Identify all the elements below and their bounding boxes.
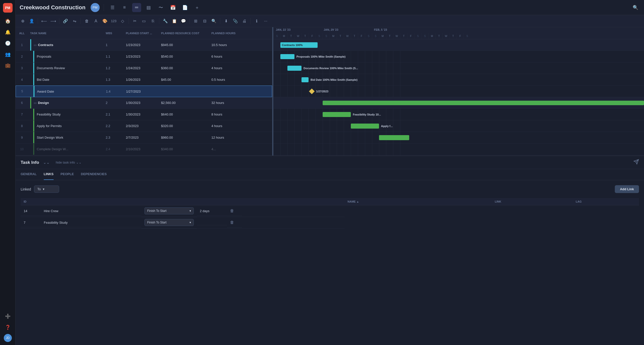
outdent-btn[interactable]: ⟵ <box>40 17 48 25</box>
gantt-bar-design[interactable] <box>323 101 644 105</box>
sidebar-item-portfolio[interactable]: 💼 <box>3 61 12 70</box>
sidebar-item-notifications[interactable]: 🔔 <box>3 28 12 37</box>
day-cell: M <box>330 33 337 39</box>
link-btn[interactable]: 🔗 <box>61 17 69 25</box>
table-row[interactable]: 2 Proposals 1.1 1/23/2023 $540.00 6 hour… <box>16 51 272 62</box>
gantt-bar-feasibility[interactable] <box>323 112 351 117</box>
app-logo[interactable]: PM <box>3 3 13 13</box>
add-task-btn[interactable]: ⊕ <box>19 17 27 25</box>
collapse-down-icon[interactable]: ⌄⌄ <box>43 160 50 165</box>
timeline-view-btn[interactable]: 〜 <box>156 3 165 12</box>
sidebar-item-people[interactable]: 👥 <box>3 50 12 59</box>
day-cell: S <box>316 33 323 39</box>
sidebar-item-help[interactable]: ❓ <box>3 323 12 332</box>
paste-btn[interactable]: ⎘ <box>149 17 157 25</box>
delete-btn[interactable]: 🗑 <box>83 17 91 25</box>
more-btn[interactable]: ··· <box>262 17 270 25</box>
comment-btn[interactable]: 💬 <box>179 17 187 25</box>
text-btn[interactable]: A <box>92 17 100 25</box>
table-row[interactable]: 4 Bid Date 1.3 1/26/2023 $45.00 0.5 hour… <box>16 74 272 86</box>
week-label-3: FEB, 5 '23 <box>374 28 387 31</box>
print-btn[interactable]: 🖨 <box>240 17 248 25</box>
color-btn[interactable]: 🎨 <box>101 17 109 25</box>
gantt-bar-permits[interactable] <box>351 124 379 129</box>
toolbar-sep-6 <box>190 18 190 24</box>
day-cell: F <box>407 33 414 39</box>
shape-btn[interactable]: ◇ <box>119 17 127 25</box>
table-view-btn[interactable]: ▤ <box>144 3 153 12</box>
attach-btn[interactable]: 📎 <box>231 17 239 25</box>
table-row[interactable]: 9 Start Design Work 2.3 2/7/2023 $960.00… <box>16 132 272 143</box>
delete-link-icon[interactable]: 🗑 <box>230 220 234 224</box>
export-btn[interactable]: ⬇ <box>222 17 230 25</box>
row-num: 10 <box>16 143 28 155</box>
send-icon[interactable] <box>633 159 639 166</box>
linked-label: Linked <box>21 187 31 191</box>
row-num: 2 <box>16 51 28 62</box>
link-row-link: Finish To Start ▾ <box>141 216 197 229</box>
gantt-bar-design-work[interactable] <box>379 135 409 140</box>
gantt-bar-proposals[interactable] <box>280 54 294 59</box>
split-btn[interactable]: ⊞ <box>192 17 200 25</box>
sidebar-item-home[interactable]: 🏠 <box>3 17 12 26</box>
chart-view-btn[interactable]: ≡ <box>120 3 129 12</box>
unlink-btn[interactable]: ⇋ <box>70 17 79 25</box>
link-type-dropdown[interactable]: Finish To Start ▾ <box>144 219 194 226</box>
delete-link-icon[interactable]: 🗑 <box>230 209 234 213</box>
gantt-bar-docs[interactable] <box>287 66 301 71</box>
add-link-button[interactable]: Add Link <box>615 185 639 193</box>
day-cell: M <box>379 33 386 39</box>
gantt-timeline: JAN, 22 '23 JAN, 29 '23 FEB, 5 '23 S M T… <box>273 27 644 156</box>
sidebar-item-add[interactable]: ➕ <box>3 312 12 321</box>
task-name: Documents Review <box>37 66 65 70</box>
linked-dropdown[interactable]: To ▾ <box>34 185 59 193</box>
row-start: 1/27/2023 <box>124 86 159 97</box>
tool-btn-6[interactable]: 🔧 <box>161 17 169 25</box>
tab-links[interactable]: LINKS <box>44 169 54 180</box>
user-avatar[interactable]: JD <box>4 334 12 342</box>
group-expand-icon[interactable]: ▭ <box>34 43 36 47</box>
search-btn[interactable]: 🔍 <box>631 3 640 12</box>
links-table-header-row: ID NAME ▲ LINK LAG <box>21 198 639 205</box>
cut-btn[interactable]: ✂ <box>131 17 139 25</box>
links-table-row[interactable]: 14 Hire Crew Finish To Start ▾ 2 days 🗑 <box>21 205 345 217</box>
task-name: Proposals <box>37 55 51 58</box>
sidebar-item-recent[interactable]: 🕐 <box>3 39 12 48</box>
gantt-bar-contracts[interactable]: Contracts 100% <box>280 42 318 48</box>
left-bar-green <box>30 97 31 108</box>
tab-dependencies[interactable]: DEPENDENCIES <box>81 169 107 180</box>
hide-task-info-btn[interactable]: hide task info ⌄⌄ <box>56 161 82 164</box>
calendar-view-btn[interactable]: 📅 <box>168 3 177 12</box>
row-num: 5 <box>16 86 28 97</box>
link-type-dropdown[interactable]: Finish To Start ▾ <box>144 207 194 214</box>
th-start: PLANNED START ... <box>124 27 159 39</box>
task-info-header: Task Info ⌄⌄ hide task info ⌄⌄ <box>16 156 644 169</box>
table-row[interactable]: 7 Feasibility Study 2.1 1/30/2023 $640.0… <box>16 109 272 120</box>
toolbar-sep-8 <box>250 18 251 24</box>
table-row[interactable]: 10 Complete Design W... 2.4 2/10/2023 $3… <box>16 143 272 155</box>
indent-btn[interactable]: ⟶ <box>49 17 57 25</box>
info-btn[interactable]: ℹ <box>253 17 261 25</box>
table-row[interactable]: 1 ▭ Contracts 1 1/23/2023 $945.00 10.5 h… <box>16 39 272 51</box>
doc-view-btn[interactable]: 📄 <box>180 3 190 12</box>
tab-general[interactable]: GENERAL <box>21 169 37 180</box>
table-row[interactable]: 5 Award Date 1.4 1/27/2023 <box>16 86 272 97</box>
row-task: Apply for Permits <box>28 120 104 132</box>
table-row[interactable]: 6 ▭ Design 2 1/30/2023 $2,560.00 32 hour… <box>16 97 272 109</box>
gantt-view-btn[interactable]: ═ <box>132 3 141 12</box>
list-view-btn[interactable]: ☰ <box>108 3 117 12</box>
table-row[interactable]: 8 Apply for Permits 2.2 2/3/2023 $320.00… <box>16 120 272 132</box>
add-view-btn[interactable]: ＋ <box>193 3 202 12</box>
notes-btn[interactable]: 📋 <box>170 17 178 25</box>
table-body: 1 ▭ Contracts 1 1/23/2023 $945.00 10.5 h… <box>16 39 272 156</box>
tab-people[interactable]: PEOPLE <box>61 169 74 180</box>
zoom-btn[interactable]: 🔍 <box>210 17 218 25</box>
links-table-row[interactable]: 7 Feasibility Study Finish To Start ▾ 🗑 <box>21 217 345 228</box>
group-expand-icon[interactable]: ▭ <box>34 101 36 105</box>
table-row[interactable]: 3 Documents Review 1.2 1/24/2023 $360.00… <box>16 62 272 74</box>
gantt-bar-bid[interactable] <box>301 77 309 82</box>
copy-btn[interactable]: ▭ <box>140 17 148 25</box>
add-user-btn[interactable]: 👤 <box>28 17 36 25</box>
grid-btn[interactable]: ⊟ <box>201 17 209 25</box>
row-wbs: 1.2 <box>104 62 124 74</box>
